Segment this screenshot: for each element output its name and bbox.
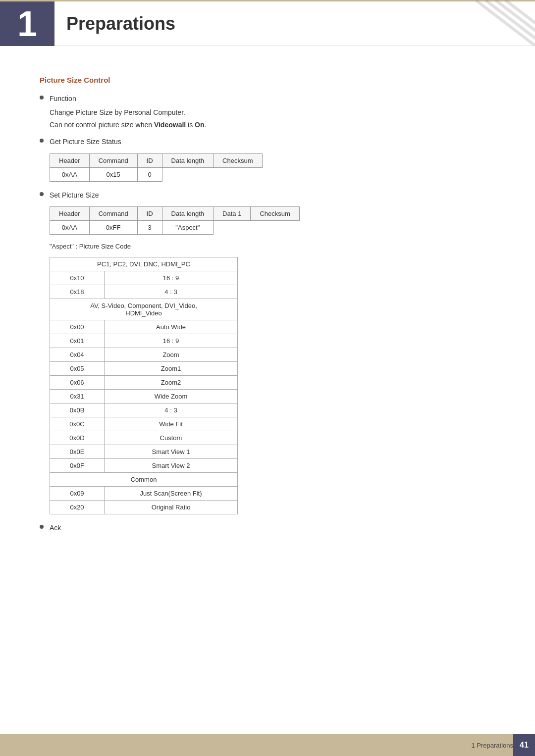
val-smart-view-1: Smart View 1 <box>105 445 238 458</box>
function-line2: Can not control picture size when Videow… <box>50 119 206 130</box>
aspect-row-0x09: 0x09 Just Scan(Screen Fit) <box>50 486 238 500</box>
set-col-checksum: Checksum <box>251 206 299 220</box>
col-checksum: Checksum <box>214 153 262 167</box>
bullet-text-ack: Ack <box>50 522 61 533</box>
aspect-code-table: PC1, PC2, DVI, DNC, HDMI_PC 0x10 16 : 9 … <box>50 257 238 514</box>
val-zoom: Zoom <box>105 348 238 361</box>
code-0x00: 0x00 <box>50 320 105 334</box>
chapter-title-block: Preparations <box>54 1 535 46</box>
aspect-row-0x10: 0x10 16 : 9 <box>50 271 238 285</box>
page-footer: 1 Preparations 41 <box>0 734 535 756</box>
val-16-9-2: 16 : 9 <box>105 334 238 348</box>
on-bold: On <box>195 121 204 129</box>
code-0x0f: 0x0F <box>50 458 105 472</box>
aspect-row-0x04: 0x04 Zoom <box>50 348 238 361</box>
table-get-row: 0xAA 0x15 0 <box>50 167 263 181</box>
set-cell-0xaa: 0xAA <box>50 220 90 234</box>
bullet-set-size: Set Picture Size <box>40 190 495 201</box>
code-0x05: 0x05 <box>50 361 105 375</box>
set-col-data-length: Data length <box>162 206 214 220</box>
col-command: Command <box>89 153 137 167</box>
bullet-text-get: Get Picture Size Status <box>50 136 121 147</box>
code-0x18: 0x18 <box>50 285 105 299</box>
aspect-row-0x05: 0x05 Zoom1 <box>50 361 238 375</box>
header-decoration <box>476 0 535 46</box>
aspect-row-0x06: 0x06 Zoom2 <box>50 375 238 389</box>
table-set-container: Header Command ID Data length Data 1 Che… <box>50 206 495 235</box>
bullet-text-set: Set Picture Size <box>50 190 99 201</box>
aspect-row-0x01: 0x01 16 : 9 <box>50 334 238 348</box>
val-wide-fit: Wide Fit <box>105 417 238 431</box>
set-col-command: Command <box>89 206 137 220</box>
table-get-header-row: Header Command ID Data length Checksum <box>50 153 263 167</box>
code-0x01: 0x01 <box>50 334 105 348</box>
bullet-dot-set <box>40 192 44 196</box>
set-col-data1: Data 1 <box>214 206 251 220</box>
col-header: Header <box>50 153 90 167</box>
bullet-dot-get <box>40 139 44 143</box>
footer-text: 1 Preparations <box>471 742 513 749</box>
code-0x31: 0x31 <box>50 389 105 403</box>
bullet-function: Function Change Picture Size by Personal… <box>40 93 495 131</box>
table-get: Header Command ID Data length Checksum 0… <box>50 153 263 182</box>
svg-line-3 <box>505 0 535 46</box>
val-zoom1: Zoom1 <box>105 361 238 375</box>
cell-0xaa: 0xAA <box>50 167 90 181</box>
bullet-dot-function <box>40 96 44 100</box>
code-0x0d: 0x0D <box>50 431 105 445</box>
aspect-row-0x18: 0x18 4 : 3 <box>50 285 238 299</box>
col-id: ID <box>137 153 162 167</box>
code-0x06: 0x06 <box>50 375 105 389</box>
col-data-length: Data length <box>162 153 214 167</box>
table-set-header-row: Header Command ID Data length Data 1 Che… <box>50 206 300 220</box>
aspect-row-0x0c: 0x0C Wide Fit <box>50 417 238 431</box>
aspect-row-0x0f: 0x0F Smart View 2 <box>50 458 238 472</box>
val-custom: Custom <box>105 431 238 445</box>
code-0x10: 0x10 <box>50 271 105 285</box>
cell-data-0: 0 <box>137 167 162 181</box>
val-original-ratio: Original Ratio <box>105 500 238 514</box>
aspect-row-0x00: 0x00 Auto Wide <box>50 320 238 334</box>
code-0x20: 0x20 <box>50 500 105 514</box>
bullet-ack: Ack <box>40 522 495 533</box>
aspect-row-0x0e: 0x0E Smart View 1 <box>50 445 238 458</box>
cell-0x15: 0x15 <box>89 167 137 181</box>
val-zoom2: Zoom2 <box>105 375 238 389</box>
aspect-row-0x20: 0x20 Original Ratio <box>50 500 238 514</box>
aspect-table-container: PC1, PC2, DVI, DNC, HDMI_PC 0x10 16 : 9 … <box>50 257 495 514</box>
set-cell-aspect: "Aspect" <box>162 220 214 234</box>
val-smart-view-2: Smart View 2 <box>105 458 238 472</box>
bullet-text-function: Function Change Picture Size by Personal… <box>50 93 206 131</box>
common-section-label: Common <box>50 472 238 486</box>
code-0x09: 0x09 <box>50 486 105 500</box>
videowall-bold: Videowall <box>154 121 186 129</box>
chapter-header: 1 Preparations <box>0 0 535 46</box>
table-set: Header Command ID Data length Data 1 Che… <box>50 206 300 235</box>
function-line1: Change Picture Size by Personal Computer… <box>50 107 206 118</box>
code-0x04: 0x04 <box>50 348 105 361</box>
table-set-row: 0xAA 0xFF 3 "Aspect" <box>50 220 300 234</box>
val-4-3-2: 4 : 3 <box>105 403 238 417</box>
table-get-container: Header Command ID Data length Checksum 0… <box>50 153 495 182</box>
set-cell-3: 3 <box>137 220 162 234</box>
bullet-dot-ack <box>40 525 44 529</box>
aspect-row-0x31: 0x31 Wide Zoom <box>50 389 238 403</box>
footer-page-number: 41 <box>513 734 535 756</box>
val-just-scan: Just Scan(Screen Fit) <box>105 486 238 500</box>
chapter-number: 1 <box>0 1 54 46</box>
chapter-title: Preparations <box>66 13 175 34</box>
code-0x0b: 0x0B <box>50 403 105 417</box>
av-section-label: AV, S-Video, Component, DVI_Video,HDMI_V… <box>50 299 238 320</box>
av-section-header: AV, S-Video, Component, DVI_Video,HDMI_V… <box>50 299 238 320</box>
code-0x0e: 0x0E <box>50 445 105 458</box>
set-col-header: Header <box>50 206 90 220</box>
val-auto-wide: Auto Wide <box>105 320 238 334</box>
main-content: Picture Size Control Function Change Pic… <box>0 76 535 533</box>
section-title: Picture Size Control <box>40 76 495 84</box>
aspect-row-0x0d: 0x0D Custom <box>50 431 238 445</box>
set-cell-0xff: 0xFF <box>89 220 137 234</box>
aspect-row-0x0b: 0x0B 4 : 3 <box>50 403 238 417</box>
val-4-3: 4 : 3 <box>105 285 238 299</box>
set-col-id: ID <box>137 206 162 220</box>
common-section-header: Common <box>50 472 238 486</box>
